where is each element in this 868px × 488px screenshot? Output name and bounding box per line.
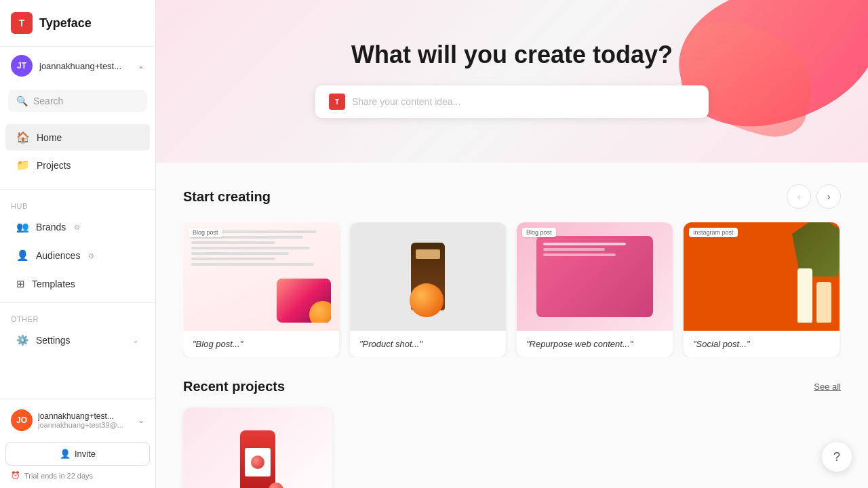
carousel-nav: ‹ › bbox=[787, 184, 841, 209]
folder-icon: 📁 bbox=[16, 159, 30, 171]
start-creating-title: Start creating bbox=[183, 189, 271, 205]
bottom-chevron-icon: ⌄ bbox=[138, 415, 144, 425]
template-label: "Social post..." bbox=[684, 331, 840, 357]
sidebar-item-templates[interactable]: ⊞ Templates bbox=[5, 271, 150, 297]
template-preview-repurpose: Blog post bbox=[517, 222, 673, 331]
recent-projects-header: Recent projects See all bbox=[183, 379, 841, 394]
blog-preview-content: Blog post bbox=[183, 222, 339, 331]
input-placeholder-text: Share your content idea... bbox=[352, 96, 460, 107]
social-tag: Instagram post bbox=[689, 228, 738, 237]
templates-icon: ⊞ bbox=[16, 278, 25, 290]
app-logo-icon: T bbox=[11, 12, 33, 34]
hub-label-audiences: Audiences bbox=[36, 250, 80, 261]
carousel-next-button[interactable]: › bbox=[816, 184, 841, 209]
hero-title: What will you create today? bbox=[351, 41, 673, 69]
account-name: joannakhuang+test... bbox=[39, 61, 131, 71]
sidebar-item-audiences[interactable]: 👤 Audiences ⚙ bbox=[5, 243, 150, 268]
audiences-badge: ⚙ bbox=[88, 252, 94, 260]
nav-label-home: Home bbox=[37, 132, 62, 143]
audiences-icon: 👤 bbox=[16, 249, 29, 262]
account-selector[interactable]: JT joannakhuang+test... ⌄ bbox=[0, 47, 155, 85]
main-nav: 🏠 Home 📁 Projects bbox=[0, 117, 155, 185]
brands-badge: ⚙ bbox=[74, 224, 80, 231]
template-label: "Blog post..." bbox=[183, 331, 339, 357]
template-card-social-post[interactable]: Instagram post "Social post..." bbox=[684, 222, 840, 357]
recent-project-card[interactable] bbox=[183, 408, 332, 488]
trial-text: Trial ends in 22 days bbox=[24, 472, 93, 480]
other-section-label: Other bbox=[0, 307, 155, 326]
bottom-account-selector[interactable]: JO joannakhuang+test... joannakhuang+tes… bbox=[5, 404, 150, 436]
help-button[interactable]: ? bbox=[822, 442, 852, 472]
template-label: "Repurpose web content..." bbox=[517, 331, 673, 357]
chevron-down-icon: ⌄ bbox=[138, 61, 144, 70]
hub-divider bbox=[0, 302, 155, 303]
hub-label-brands: Brands bbox=[36, 222, 66, 232]
search-icon: 🔍 bbox=[16, 96, 28, 106]
bottom-avatar: JO bbox=[11, 409, 33, 431]
brands-icon: 👥 bbox=[16, 221, 29, 233]
main-content: What will you create today? T Share your… bbox=[156, 0, 868, 488]
sidebar-logo: T Typeface bbox=[0, 0, 155, 47]
template-preview-social: Instagram post bbox=[684, 222, 840, 331]
nav-divider bbox=[0, 189, 155, 190]
recent-projects-grid bbox=[183, 408, 841, 488]
recent-card-content bbox=[183, 408, 332, 488]
avatar: JT bbox=[11, 55, 33, 77]
home-icon: 🏠 bbox=[16, 131, 30, 144]
template-card-blog-post[interactable]: Blog post bbox=[183, 222, 339, 357]
see-all-link[interactable]: See all bbox=[814, 382, 841, 392]
nav-label-projects: Projects bbox=[37, 160, 71, 171]
template-card-repurpose[interactable]: Blog post "Repurpose web content..." bbox=[517, 222, 673, 357]
template-preview-product bbox=[350, 222, 506, 331]
help-icon: ? bbox=[833, 450, 840, 464]
settings-label: Settings bbox=[36, 335, 71, 346]
settings-icon: ⚙️ bbox=[16, 334, 29, 346]
search-bar[interactable]: 🔍 Search bbox=[8, 90, 147, 112]
sidebar-item-projects[interactable]: 📁 Projects bbox=[5, 152, 150, 178]
invite-icon: 👤 bbox=[60, 449, 71, 459]
recent-projects-title: Recent projects bbox=[183, 379, 285, 394]
trial-icon: ⏰ bbox=[11, 471, 20, 480]
hub-label-templates: Templates bbox=[32, 279, 75, 289]
content-idea-input[interactable]: T Share your content idea... bbox=[315, 85, 709, 118]
start-creating-header: Start creating ‹ › bbox=[183, 184, 841, 209]
sidebar-item-brands[interactable]: 👥 Brands ⚙ bbox=[5, 214, 150, 240]
trial-info: ⏰ Trial ends in 22 days bbox=[5, 466, 150, 483]
content-area: Start creating ‹ › Blog post bbox=[156, 163, 868, 488]
sidebar-item-settings[interactable]: ⚙️ Settings ⌄ bbox=[5, 327, 150, 353]
recent-projects-section: Recent projects See all bbox=[183, 379, 841, 488]
bottom-account-name: joannakhuang+test... bbox=[38, 411, 132, 421]
input-logo-icon: T bbox=[329, 94, 345, 110]
repurpose-tag: Blog post bbox=[522, 228, 556, 237]
sidebar-bottom: JO joannakhuang+test... joannakhuang+tes… bbox=[0, 398, 155, 488]
bottom-account-info: joannakhuang+test... joannakhuang+test39… bbox=[38, 411, 132, 429]
template-label: "Product shot..." bbox=[350, 331, 506, 357]
sidebar: T Typeface JT joannakhuang+test... ⌄ 🔍 S… bbox=[0, 0, 156, 488]
invite-label: Invite bbox=[75, 449, 96, 459]
hub-section-label: Hub bbox=[0, 194, 155, 213]
hero-section: What will you create today? T Share your… bbox=[156, 0, 868, 163]
templates-grid: Blog post bbox=[183, 222, 841, 357]
sidebar-item-home[interactable]: 🏠 Home bbox=[5, 124, 150, 150]
template-card-product-shot[interactable]: "Product shot..." bbox=[350, 222, 506, 357]
product-preview-content bbox=[350, 222, 506, 331]
search-input[interactable]: Search bbox=[33, 96, 63, 106]
settings-chevron-icon: ⌄ bbox=[132, 336, 139, 345]
bottom-account-email: joannakhuang+test39@... bbox=[38, 421, 132, 429]
template-tag: Blog post bbox=[189, 228, 222, 237]
template-preview-blog: Blog post bbox=[183, 222, 339, 331]
start-creating-section: Start creating ‹ › Blog post bbox=[183, 184, 841, 357]
app-name: Typeface bbox=[39, 16, 92, 30]
invite-button[interactable]: 👤 Invite bbox=[5, 442, 150, 466]
carousel-prev-button[interactable]: ‹ bbox=[787, 184, 811, 209]
